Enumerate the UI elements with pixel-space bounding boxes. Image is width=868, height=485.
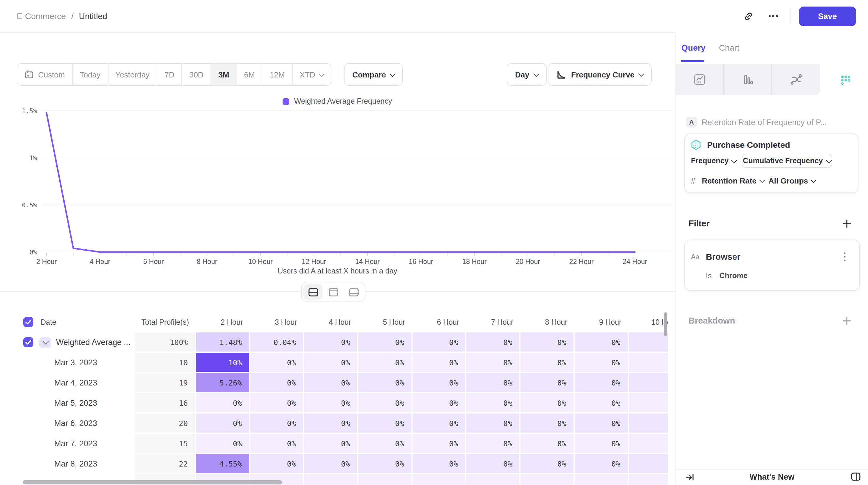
flow-chart-icon[interactable] (772, 64, 820, 95)
date-label: Mar 3, 2023 (17, 358, 97, 367)
filter-property-row: Aa Browser (691, 251, 853, 263)
date-range-xtd[interactable]: XTD (293, 64, 331, 85)
y-axis-tick-label: 0% (30, 249, 37, 256)
filter-operator[interactable]: Is (706, 272, 712, 280)
value-cell: 1.48% (196, 332, 250, 353)
date-cell: Mar 7, 2023 (17, 434, 135, 454)
date-range-6m[interactable]: 6M (237, 64, 262, 85)
group-dropdown[interactable]: All Groups (769, 176, 816, 185)
column-header: 2 Hour (196, 312, 250, 332)
top-panel-icon[interactable] (324, 284, 343, 300)
vertical-scrollbar[interactable] (664, 312, 667, 336)
date-range-12m[interactable]: 12M (262, 64, 293, 85)
x-axis-tick-label: 12 Hour (302, 258, 326, 265)
value-cell: 0% (358, 373, 412, 393)
value-cell (629, 454, 668, 474)
tab-chart[interactable]: Chart (719, 43, 739, 53)
filter-property-name[interactable]: Browser (706, 252, 836, 262)
table-row: Mar 6, 2023200%0%0%0%0%0%0%0% (17, 414, 668, 434)
table-row: Mar 4, 2023195.26%0%0%0%0%0%0%0% (17, 373, 668, 393)
row-checkbox[interactable] (23, 337, 33, 347)
add-breakdown-plus-icon[interactable] (840, 314, 853, 327)
select-all-checkbox[interactable] (23, 317, 33, 327)
breakdown-section-title: Breakdown (688, 316, 735, 325)
metric-symbol: # (691, 176, 695, 185)
date-label: Mar 5, 2023 (17, 398, 97, 407)
expand-row-chevron-icon[interactable] (39, 337, 51, 348)
active-tab-indicator (681, 60, 704, 62)
compare-label: Compare (352, 70, 386, 79)
chart-type-button[interactable]: Frequency Curve (548, 63, 652, 86)
horizontal-scrollbar[interactable] (23, 480, 282, 484)
topbar: E-Commerce / Untitled Save (0, 0, 868, 33)
filter-section-header: Filter (688, 217, 853, 230)
tab-query[interactable]: Query (681, 43, 706, 53)
date-range-3m[interactable]: 3M (211, 64, 237, 85)
filter-card[interactable]: Aa Browser Is Chrome (684, 239, 860, 291)
total-profiles-cell: 22 (135, 454, 196, 474)
series-title[interactable]: Retention Rate of Frequency of P... (702, 118, 827, 127)
series-badge: A (686, 117, 697, 128)
metric-label: Retention Rate (702, 176, 756, 185)
value-cell: 0% (521, 414, 575, 434)
value-cell: 0% (304, 414, 358, 434)
granularity-button[interactable]: Day (507, 63, 547, 86)
chevron-down-icon (639, 71, 645, 76)
chevron-down-icon (319, 71, 324, 76)
layout-toggle-group (301, 282, 366, 302)
link-icon[interactable] (740, 8, 756, 25)
whats-new-link[interactable]: What's New (676, 469, 868, 485)
value-cell: 0% (304, 373, 358, 393)
date-range-label: Today (80, 70, 100, 79)
value-cell: 0% (358, 353, 412, 373)
x-axis-tick-label: 18 Hour (462, 258, 487, 265)
metric-dropdown[interactable]: Retention Rate (702, 176, 764, 185)
value-cell: 4.55% (196, 454, 250, 474)
hexagon-icon (691, 139, 701, 150)
bottom-panel-icon[interactable] (344, 284, 363, 300)
breadcrumb-project[interactable]: E-Commerce (17, 11, 66, 21)
date-range-label: XTD (300, 70, 315, 79)
bar-chart-icon[interactable] (724, 64, 772, 95)
ellipsis-icon[interactable] (765, 8, 781, 25)
total-profiles-cell: 100% (135, 332, 196, 353)
date-range-today[interactable]: Today (73, 64, 108, 85)
value-cell: 0% (466, 434, 521, 454)
value-cell (358, 474, 412, 485)
date-range-yesterday[interactable]: Yesterday (108, 64, 157, 85)
compare-button[interactable]: Compare (344, 63, 403, 86)
table-row: Mar 7, 2023150%0%0%0%0%0%0%0% (17, 434, 668, 454)
value-cell: 0% (358, 434, 412, 454)
split-view-icon[interactable] (304, 284, 322, 300)
calendar-icon (25, 70, 34, 79)
value-cell: 0% (358, 393, 412, 414)
date-range-7d[interactable]: 7D (157, 64, 182, 85)
kebab-icon[interactable] (836, 249, 853, 265)
results-table: DateTotal Profile(s)2 Hour3 Hour4 Hour5 … (17, 312, 668, 485)
date-label: Mar 6, 2023 (17, 419, 97, 427)
frequency-dots-icon[interactable] (820, 64, 868, 95)
value-cell: 0% (250, 393, 304, 414)
date-range-30d[interactable]: 30D (182, 64, 211, 85)
add-filter-plus-icon[interactable] (840, 217, 853, 230)
collapse-panel-icon[interactable] (684, 471, 696, 483)
panel-toggle-icon[interactable] (849, 471, 862, 483)
value-cell: 0% (575, 353, 629, 373)
breadcrumb-report-title[interactable]: Untitled (79, 11, 107, 21)
filter-value[interactable]: Chrome (719, 272, 747, 280)
line-chart-icon[interactable] (676, 64, 724, 95)
x-axis-tick-label: 16 Hour (409, 258, 433, 265)
event-row[interactable]: Purchase Completed (691, 139, 790, 150)
value-cell: 0% (250, 414, 304, 434)
date-range-custom[interactable]: Custom (17, 64, 73, 85)
measure-dropdown[interactable]: Frequency (691, 157, 736, 165)
date-range-selector: CustomTodayYesterday7D30D3M6M12MXTD (17, 63, 332, 86)
value-cell: 0% (412, 434, 466, 454)
property-type-badge: Aa (691, 253, 706, 260)
column-header: 4 Hour (304, 312, 358, 332)
save-button[interactable]: Save (799, 6, 856, 26)
chevron-down-icon (732, 157, 738, 163)
date-range-label: 12M (270, 70, 285, 79)
value-cell: 0% (575, 434, 629, 454)
frequency-mode-dropdown[interactable]: Cumulative Frequency (742, 154, 832, 168)
